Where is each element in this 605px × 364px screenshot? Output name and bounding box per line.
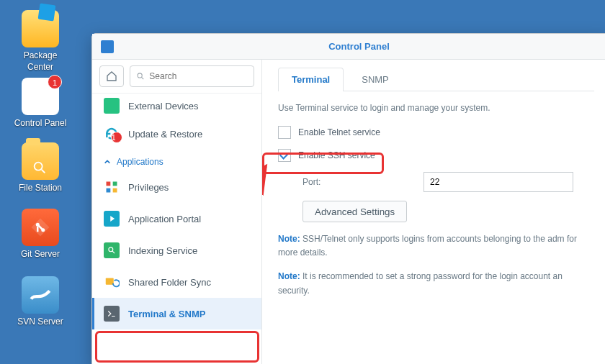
- svg-line-15: [262, 166, 266, 355]
- sidebar-item-label: Shared Folder Sync: [128, 277, 211, 288]
- svg-line-7: [142, 78, 144, 80]
- svg-point-0: [35, 163, 42, 170]
- notification-badge: 1: [48, 75, 62, 89]
- tab-snmp[interactable]: SNMP: [348, 68, 403, 91]
- svg-line-1: [42, 170, 45, 173]
- svg-rect-10: [107, 188, 111, 193]
- desktop-icon-label: Control Panel: [12, 118, 69, 129]
- port-label: Port:: [302, 177, 403, 187]
- sidebar-item-privileges[interactable]: Privileges: [92, 171, 261, 203]
- refresh-icon: 1: [104, 126, 120, 142]
- sidebar-item-label: Indexing Service: [128, 245, 197, 256]
- svg-rect-9: [113, 182, 117, 186]
- control-panel-window: Control Panel External Devices: [91, 33, 605, 364]
- sidebar-item-external-devices[interactable]: External Devices: [92, 94, 261, 118]
- folder-icon: [22, 142, 59, 180]
- sync-icon: [104, 274, 120, 290]
- window-title: Control Panel: [120, 41, 599, 52]
- content-pane: Terminal SNMP Use Terminal service to lo…: [262, 60, 605, 364]
- telnet-label: Enable Telnet service: [298, 127, 380, 137]
- svg-point-6: [138, 73, 142, 78]
- enable-telnet-row[interactable]: Enable Telnet service: [278, 123, 594, 142]
- window-icon: [101, 40, 114, 53]
- device-icon: [104, 98, 120, 114]
- sidebar-item-shared-folder-sync[interactable]: Shared Folder Sync: [92, 266, 261, 298]
- home-button[interactable]: [99, 65, 124, 87]
- titlebar[interactable]: Control Panel: [92, 34, 605, 60]
- desktop-icon-control-panel[interactable]: 1 Control Panel: [12, 78, 69, 129]
- sidebar-item-label: External Devices: [128, 101, 199, 112]
- svg-point-12: [109, 247, 113, 252]
- svg-rect-8: [107, 182, 111, 186]
- sidebar-item-label: Update & Restore: [128, 129, 202, 140]
- sidebar-item-label: Application Portal: [128, 214, 201, 224]
- search-icon: [136, 71, 145, 81]
- chevron-up-icon: [104, 158, 111, 165]
- package-icon: [22, 10, 59, 47]
- git-icon: [22, 209, 59, 246]
- svg-line-13: [112, 251, 115, 253]
- desktop-icon-package-center[interactable]: Package Center: [12, 10, 69, 73]
- home-icon: [106, 70, 117, 82]
- port-input[interactable]: [424, 172, 573, 192]
- portal-icon: [104, 211, 120, 227]
- sidebar: External Devices 1 Update & Restore Appl…: [92, 60, 262, 364]
- desktop-icon-label: Package Center: [12, 50, 69, 73]
- enable-ssh-row[interactable]: Enable SSH service: [278, 146, 594, 165]
- search-index-icon: [104, 242, 120, 258]
- search-field[interactable]: [130, 65, 254, 87]
- note-2: Note: It is recommended to set a strong …: [278, 270, 594, 297]
- terminal-description: Use Terminal service to login and manage…: [278, 103, 594, 113]
- desktop-icon-file-station[interactable]: File Station: [12, 142, 69, 194]
- ssh-label: Enable SSH service: [298, 150, 375, 160]
- terminal-icon: [104, 306, 120, 322]
- notification-badge: 1: [111, 132, 122, 143]
- search-input[interactable]: [149, 71, 248, 81]
- tab-terminal[interactable]: Terminal: [278, 68, 344, 91]
- sidebar-section-label: Applications: [117, 157, 163, 167]
- desktop-icon-svn-server[interactable]: SVN Server: [12, 276, 69, 328]
- sidebar-item-indexing-service[interactable]: Indexing Service: [92, 235, 261, 266]
- sidebar-item-label: Terminal & SNMP: [128, 309, 205, 319]
- sidebar-item-label: Privileges: [128, 182, 169, 193]
- desktop-icon-label: Git Server: [12, 249, 69, 260]
- sidebar-item-terminal-snmp[interactable]: Terminal & SNMP: [92, 298, 261, 329]
- desktop-icon-label: File Station: [12, 183, 69, 194]
- sidebar-item-update-restore[interactable]: 1 Update & Restore: [92, 118, 261, 150]
- ssh-checkbox[interactable]: [278, 149, 291, 162]
- tabs: Terminal SNMP: [278, 67, 594, 91]
- advanced-settings-button[interactable]: Advanced Settings: [302, 201, 407, 222]
- svn-icon: [22, 276, 59, 314]
- control-panel-icon: 1: [22, 78, 59, 115]
- grid-icon: [104, 179, 120, 195]
- note-1: Note: SSH/Telnet only supports logins fr…: [278, 232, 594, 260]
- sidebar-section-applications[interactable]: Applications: [92, 150, 261, 171]
- desktop-icon-git-server[interactable]: Git Server: [12, 209, 69, 260]
- svg-rect-11: [113, 188, 117, 193]
- telnet-checkbox[interactable]: [278, 126, 291, 139]
- desktop-icon-label: SVN Server: [12, 317, 69, 328]
- sidebar-item-application-portal[interactable]: Application Portal: [92, 203, 261, 235]
